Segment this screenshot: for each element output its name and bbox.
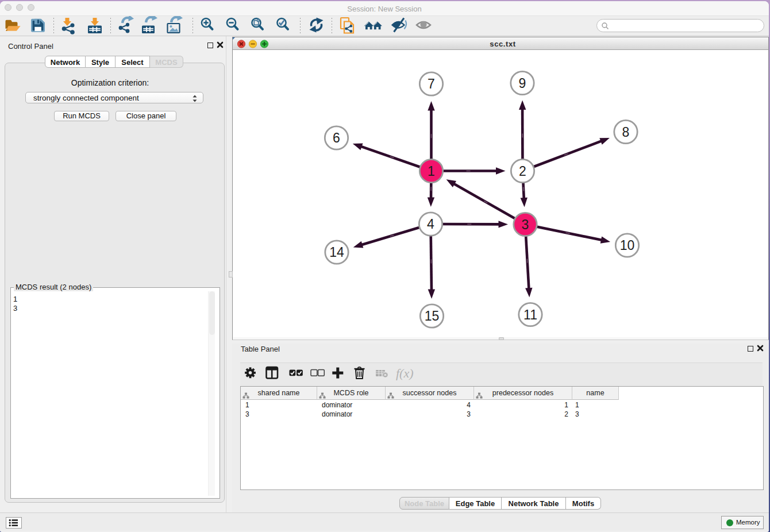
svg-text:7: 7: [428, 76, 435, 91]
svg-text:9: 9: [519, 76, 526, 91]
svg-text:6: 6: [333, 130, 340, 145]
svg-text:10: 10: [620, 238, 635, 253]
svg-text:1: 1: [428, 164, 435, 179]
svg-text:2: 2: [519, 164, 526, 179]
svg-text:8: 8: [622, 125, 630, 140]
svg-text:4: 4: [427, 217, 434, 232]
svg-text:15: 15: [425, 309, 440, 323]
svg-text:14: 14: [329, 245, 344, 260]
svg-text:3: 3: [522, 217, 529, 232]
svg-text:11: 11: [523, 307, 537, 322]
svg-text:f(x): f(x): [396, 366, 414, 380]
